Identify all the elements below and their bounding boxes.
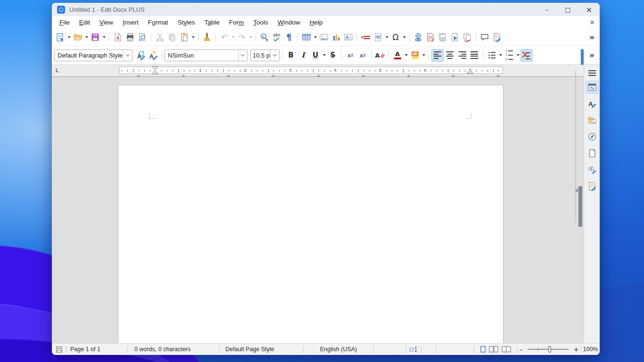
menu-item-file[interactable]: File bbox=[55, 17, 74, 27]
sidebar-menu-icon[interactable] bbox=[588, 69, 596, 77]
print-preview-button[interactable] bbox=[136, 31, 149, 43]
bullet-list-button[interactable] bbox=[486, 49, 498, 62]
save-button[interactable] bbox=[89, 31, 101, 43]
clear-formatting-button[interactable]: A bbox=[374, 49, 386, 62]
align-right-button[interactable] bbox=[456, 49, 468, 62]
insert-field-button[interactable] bbox=[372, 31, 384, 43]
sidebar-tab-page[interactable] bbox=[586, 147, 599, 160]
sidebar-tab-gallery[interactable] bbox=[586, 114, 599, 127]
menu-item-insert[interactable]: Insert bbox=[118, 17, 143, 27]
insert-field-dropdown[interactable] bbox=[384, 31, 389, 43]
insert-endnote-button[interactable]: [i] bbox=[437, 31, 449, 43]
sidebar-splitter-handle[interactable] bbox=[578, 186, 582, 227]
sidebar-hide-arrow-icon[interactable] bbox=[575, 188, 578, 193]
indent-marker-right[interactable] bbox=[467, 68, 474, 74]
sidebar-tab-manage-changes[interactable] bbox=[586, 180, 599, 193]
spelling-button[interactable]: abc bbox=[271, 31, 283, 43]
no-list-button[interactable]: 1 bbox=[520, 49, 533, 62]
maximize-button[interactable]: □ bbox=[557, 3, 578, 16]
print-button[interactable] bbox=[124, 31, 136, 43]
redo-button[interactable]: ↷ bbox=[236, 31, 248, 43]
numbered-list-button[interactable]: 1 2 3 bbox=[503, 49, 515, 62]
underline-dropdown[interactable] bbox=[322, 49, 327, 62]
export-pdf-button[interactable]: A bbox=[112, 31, 124, 43]
multi-page-view-icon[interactable] bbox=[489, 346, 498, 353]
italic-button[interactable]: I bbox=[297, 49, 309, 62]
title-bar[interactable]: Untitled 1 - Edit Docx PLUS – □ × bbox=[52, 3, 600, 16]
special-character-dropdown[interactable] bbox=[402, 31, 407, 43]
menu-item-table[interactable]: Table bbox=[199, 17, 224, 27]
find-replace-button[interactable]: ad bbox=[258, 31, 271, 43]
sidebar-tab-styles[interactable]: A bbox=[586, 97, 599, 110]
strikethrough-button[interactable]: S bbox=[327, 49, 339, 62]
font-color-dropdown[interactable] bbox=[404, 49, 409, 62]
sidebar-tab-properties[interactable] bbox=[586, 81, 599, 94]
track-changes-button[interactable] bbox=[491, 31, 503, 43]
update-style-button[interactable]: A bbox=[135, 49, 147, 62]
cut-button[interactable] bbox=[154, 31, 166, 43]
insert-image-button[interactable] bbox=[318, 31, 330, 43]
redo-dropdown[interactable] bbox=[248, 31, 253, 43]
insert-textbox-button[interactable]: A bbox=[342, 31, 355, 43]
bold-button[interactable]: B bbox=[285, 49, 297, 62]
selection-mode[interactable] bbox=[406, 344, 421, 355]
paragraph-style-dropdown[interactable] bbox=[123, 50, 132, 61]
word-count[interactable]: 0 words, 0 characters bbox=[128, 344, 219, 355]
formatting-marks-button[interactable]: ¶ bbox=[283, 31, 295, 43]
align-left-button[interactable] bbox=[431, 49, 444, 62]
insert-footnote-button[interactable]: 1 bbox=[424, 31, 437, 43]
paste-dropdown[interactable] bbox=[190, 31, 196, 43]
font-size-dropdown[interactable] bbox=[270, 50, 279, 61]
insert-cross-reference-button[interactable] bbox=[461, 31, 473, 43]
open-dropdown[interactable] bbox=[84, 31, 89, 43]
book-view-icon[interactable] bbox=[501, 346, 512, 353]
open-button[interactable] bbox=[72, 31, 84, 43]
subscript-button[interactable]: x 2 bbox=[356, 49, 369, 62]
close-button[interactable]: × bbox=[578, 3, 600, 16]
sidebar-tab-navigator[interactable] bbox=[586, 130, 599, 143]
font-name-dropdown[interactable] bbox=[238, 50, 247, 61]
tab-stop-selector[interactable]: L bbox=[56, 67, 59, 73]
undo-button[interactable]: ↶ bbox=[218, 31, 231, 43]
underline-button[interactable]: U bbox=[309, 49, 322, 62]
new-document-dropdown[interactable] bbox=[66, 31, 72, 43]
zoom-in-button[interactable]: + bbox=[571, 346, 581, 353]
zoom-out-button[interactable]: – bbox=[518, 346, 525, 353]
menu-item-tools[interactable]: Tools bbox=[248, 17, 273, 27]
menu-item-help[interactable]: Help bbox=[305, 17, 328, 27]
menu-item-styles[interactable]: Styles bbox=[173, 17, 200, 27]
undo-dropdown[interactable] bbox=[231, 31, 236, 43]
clone-formatting-button[interactable] bbox=[201, 31, 213, 43]
zoom-level[interactable]: 100% bbox=[581, 344, 600, 355]
save-dropdown[interactable] bbox=[101, 31, 107, 43]
copy-button[interactable] bbox=[166, 31, 178, 43]
menu-item-form[interactable]: Form bbox=[224, 17, 249, 27]
new-style-button[interactable]: A bbox=[147, 49, 159, 62]
minimize-button[interactable]: – bbox=[536, 3, 557, 16]
insert-special-character-button[interactable]: Ω bbox=[389, 31, 402, 43]
document-page[interactable] bbox=[118, 85, 504, 349]
bullet-list-dropdown[interactable] bbox=[498, 49, 503, 62]
toolbar-more-chevron[interactable]: » bbox=[589, 33, 594, 42]
align-justify-button[interactable] bbox=[468, 49, 480, 62]
close-document-icon[interactable]: × bbox=[589, 18, 595, 26]
paste-button[interactable] bbox=[178, 31, 190, 43]
ruler-band[interactable]: 1234567 bbox=[119, 66, 503, 74]
zoom-slider[interactable] bbox=[528, 349, 569, 350]
insert-table-dropdown[interactable] bbox=[313, 31, 318, 43]
save-status[interactable] bbox=[52, 344, 66, 355]
text-language[interactable]: English (USA) bbox=[304, 344, 373, 355]
insert-chart-button[interactable] bbox=[330, 31, 342, 43]
page-count[interactable]: Page 1 of 1 bbox=[66, 344, 127, 355]
menu-item-view[interactable]: View bbox=[95, 17, 118, 27]
zoom-slider-handle[interactable] bbox=[548, 346, 551, 353]
single-page-view-icon[interactable] bbox=[480, 346, 486, 353]
menu-item-format[interactable]: Format bbox=[143, 17, 173, 27]
formatting-more-chevron[interactable]: » bbox=[589, 50, 594, 60]
highlight-color-dropdown[interactable] bbox=[421, 49, 426, 62]
font-size-combo[interactable]: 10.5 pt bbox=[250, 49, 280, 61]
font-name-combo[interactable]: NSimSun bbox=[165, 49, 248, 61]
new-document-button[interactable] bbox=[54, 31, 66, 43]
paragraph-style-combo[interactable]: Default Paragraph Style bbox=[54, 49, 132, 61]
insert-bookmark-button[interactable] bbox=[449, 31, 461, 43]
